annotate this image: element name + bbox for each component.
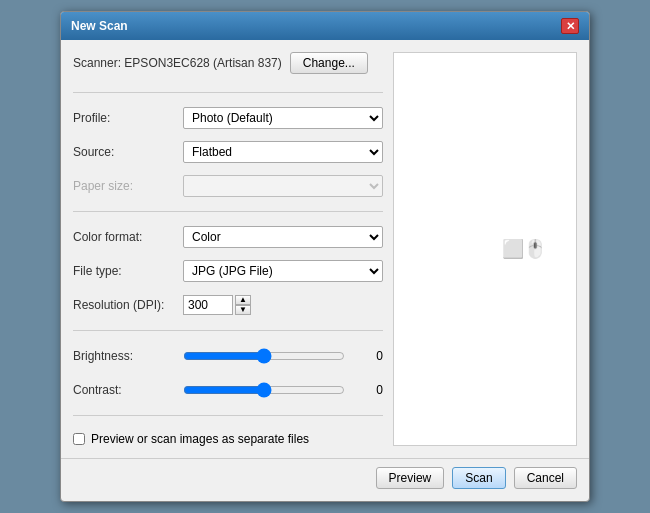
cancel-button[interactable]: Cancel bbox=[514, 467, 577, 489]
color-format-row: Color format: Color Grayscale Black and … bbox=[73, 224, 383, 250]
preview-panel: ⬜🖱️ bbox=[393, 52, 577, 446]
paper-size-row: Paper size: bbox=[73, 173, 383, 199]
profile-label: Profile: bbox=[73, 111, 183, 125]
source-control: Flatbed ADF bbox=[183, 141, 383, 163]
source-label: Source: bbox=[73, 145, 183, 159]
color-format-label: Color format: bbox=[73, 230, 183, 244]
resolution-spinner-buttons: ▲ ▼ bbox=[235, 295, 251, 315]
contrast-control: 0 bbox=[183, 383, 383, 397]
resolution-label: Resolution (DPI): bbox=[73, 298, 183, 312]
close-button[interactable]: ✕ bbox=[561, 18, 579, 34]
color-format-select[interactable]: Color Grayscale Black and White bbox=[183, 226, 383, 248]
file-type-control: JPG (JPG File) BMP (BMP File) PNG (PNG F… bbox=[183, 260, 383, 282]
contrast-value: 0 bbox=[353, 383, 383, 397]
brightness-row: Brightness: 0 bbox=[73, 343, 383, 369]
separate-files-checkbox[interactable] bbox=[73, 433, 85, 445]
divider-4 bbox=[73, 415, 383, 416]
source-row: Source: Flatbed ADF bbox=[73, 139, 383, 165]
contrast-label: Contrast: bbox=[73, 383, 183, 397]
contrast-slider-container bbox=[183, 383, 345, 397]
profile-row: Profile: Photo (Default) Documents Custo… bbox=[73, 105, 383, 131]
paper-size-label: Paper size: bbox=[73, 179, 183, 193]
divider-2 bbox=[73, 211, 383, 212]
brightness-slider[interactable] bbox=[183, 349, 345, 363]
checkbox-label: Preview or scan images as separate files bbox=[91, 432, 309, 446]
resolution-up-button[interactable]: ▲ bbox=[235, 295, 251, 305]
resolution-spinner: 300 ▲ ▼ bbox=[183, 295, 383, 315]
change-button[interactable]: Change... bbox=[290, 52, 368, 74]
title-bar: New Scan ✕ bbox=[61, 12, 589, 40]
paper-size-control bbox=[183, 175, 383, 197]
contrast-row: Contrast: 0 bbox=[73, 377, 383, 403]
preview-cursor-svg bbox=[394, 53, 576, 445]
source-select[interactable]: Flatbed ADF bbox=[183, 141, 383, 163]
divider-3 bbox=[73, 330, 383, 331]
checkbox-row: Preview or scan images as separate files bbox=[73, 432, 383, 446]
brightness-slider-row: 0 bbox=[183, 349, 383, 363]
resolution-control: 300 ▲ ▼ bbox=[183, 295, 383, 315]
dialog-body: Scanner: EPSON3EC628 (Artisan 837) Chang… bbox=[61, 40, 589, 458]
file-type-select[interactable]: JPG (JPG File) BMP (BMP File) PNG (PNG F… bbox=[183, 260, 383, 282]
brightness-slider-container bbox=[183, 349, 345, 363]
contrast-slider-row: 0 bbox=[183, 383, 383, 397]
resolution-row: Resolution (DPI): 300 ▲ ▼ bbox=[73, 292, 383, 318]
left-panel: Scanner: EPSON3EC628 (Artisan 837) Chang… bbox=[73, 52, 383, 446]
dialog-title: New Scan bbox=[71, 19, 128, 33]
file-type-row: File type: JPG (JPG File) BMP (BMP File)… bbox=[73, 258, 383, 284]
resolution-input[interactable]: 300 bbox=[183, 295, 233, 315]
scanner-row: Scanner: EPSON3EC628 (Artisan 837) Chang… bbox=[73, 52, 383, 74]
file-type-label: File type: bbox=[73, 264, 183, 278]
resolution-down-button[interactable]: ▼ bbox=[235, 305, 251, 315]
divider-1 bbox=[73, 92, 383, 93]
brightness-value: 0 bbox=[353, 349, 383, 363]
profile-control: Photo (Default) Documents Custom bbox=[183, 107, 383, 129]
scan-button[interactable]: Scan bbox=[452, 467, 505, 489]
profile-select[interactable]: Photo (Default) Documents Custom bbox=[183, 107, 383, 129]
dialog-footer: Preview Scan Cancel bbox=[61, 458, 589, 501]
paper-size-select bbox=[183, 175, 383, 197]
new-scan-dialog: New Scan ✕ Scanner: EPSON3EC628 (Artisan… bbox=[60, 11, 590, 502]
contrast-slider[interactable] bbox=[183, 383, 345, 397]
brightness-control: 0 bbox=[183, 349, 383, 363]
preview-button[interactable]: Preview bbox=[376, 467, 445, 489]
brightness-label: Brightness: bbox=[73, 349, 183, 363]
color-format-control: Color Grayscale Black and White bbox=[183, 226, 383, 248]
scanner-label: Scanner: EPSON3EC628 (Artisan 837) bbox=[73, 56, 282, 70]
